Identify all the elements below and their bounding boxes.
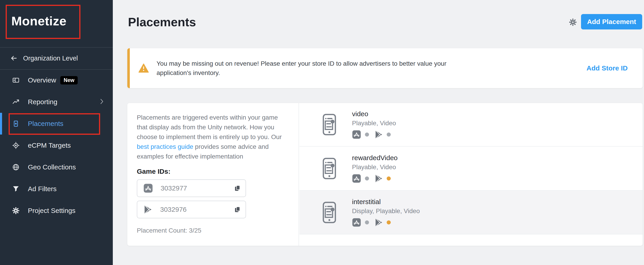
reporting-icon (12, 98, 20, 106)
sidebar-item-label: Reporting (28, 98, 57, 106)
android-status-dot (387, 176, 391, 180)
ios-status-dot (365, 176, 369, 180)
platform-status (352, 130, 396, 139)
best-practices-link[interactable]: best practices guide (137, 143, 193, 150)
sidebar-item-ecpm-targets[interactable]: eCPM Targets (0, 134, 113, 156)
placement-info: interstitial Display, Playable, Video (352, 198, 420, 227)
overview-icon (12, 76, 20, 84)
google-play-icon (375, 218, 383, 227)
gear-icon (569, 18, 577, 26)
funnel-icon (12, 185, 20, 193)
android-status-dot (387, 132, 391, 136)
sidebar: Monetize Organization Level Overview New… (0, 0, 113, 265)
game-ids-label: Game IDs: (137, 168, 170, 175)
platform-status (352, 218, 420, 227)
back-label: Organization Level (23, 54, 78, 62)
sidebar-item-label: Project Settings (28, 207, 76, 214)
ios-status-dot (365, 132, 369, 136)
placement-row-rewardedvideo[interactable]: rewardedVideo Playable, Video (300, 146, 643, 190)
app-store-icon (352, 174, 361, 183)
placement-name: video (352, 110, 396, 118)
sidebar-back-organization-level[interactable]: Organization Level (0, 47, 113, 69)
target-icon (12, 142, 20, 149)
back-arrow-icon (10, 54, 18, 62)
placements-card: Placements are triggered events within y… (127, 103, 643, 246)
globe-icon (12, 163, 20, 171)
description-text: Placements are triggered events within y… (137, 114, 282, 140)
gear-icon (12, 207, 20, 214)
game-id-field-android: 3032976 (137, 201, 246, 218)
placements-description: Placements are triggered events within y… (137, 112, 285, 161)
placement-info: rewardedVideo Playable, Video (352, 154, 398, 183)
google-play-icon (375, 130, 383, 139)
google-play-icon (144, 205, 152, 214)
new-badge: New (60, 76, 78, 84)
placement-row-interstitial[interactable]: interstitial Display, Playable, Video (300, 190, 643, 234)
settings-gear-button[interactable] (568, 18, 578, 27)
android-status-dot (387, 220, 391, 224)
ios-status-dot (365, 220, 369, 224)
active-indicator (0, 113, 2, 134)
sidebar-item-project-settings[interactable]: Project Settings (0, 200, 113, 222)
store-id-warning-banner: You may be missing out on revenue! Pleas… (127, 48, 643, 88)
phone-placement-icon (322, 158, 336, 180)
app-store-icon (352, 130, 361, 139)
banner-message: You may be missing out on revenue! Pleas… (156, 59, 446, 78)
placement-name: rewardedVideo (352, 154, 398, 162)
page-title: Placements (128, 15, 196, 29)
placement-types: Display, Playable, Video (352, 208, 420, 215)
sidebar-item-placements[interactable]: Placements (0, 113, 113, 134)
sidebar-item-ad-filters[interactable]: Ad Filters (0, 178, 113, 200)
app-store-icon (352, 218, 361, 227)
add-placement-button[interactable]: Add Placement (581, 14, 642, 30)
app-store-icon (144, 184, 153, 193)
placement-list: video Playable, Video rewa (300, 103, 643, 246)
sidebar-item-label: Placements (28, 120, 64, 128)
platform-status (352, 174, 398, 183)
banner-accent-bar (127, 48, 130, 88)
sidebar-item-reporting[interactable]: Reporting (0, 91, 113, 113)
sidebar-item-overview[interactable]: Overview New (0, 69, 113, 91)
placement-name: interstitial (352, 198, 420, 206)
placement-count: Placement Count: 3/25 (137, 227, 202, 234)
game-id-value: 3032977 (160, 184, 187, 192)
add-store-id-link[interactable]: Add Store ID (586, 64, 628, 72)
phone-placement-icon (322, 202, 336, 223)
copy-button[interactable] (234, 206, 240, 213)
game-id-field-ios: 3032977 (137, 180, 246, 197)
warning-triangle-icon (138, 64, 149, 73)
placement-types: Playable, Video (352, 120, 396, 127)
sidebar-item-label: Geo Collections (28, 163, 76, 171)
copy-button[interactable] (234, 185, 240, 192)
phone-placement-icon (322, 114, 336, 136)
info-panel: Placements are triggered events within y… (127, 103, 299, 246)
sidebar-item-label: eCPM Targets (28, 142, 71, 149)
game-id-value: 3032976 (160, 206, 187, 213)
placements-icon (12, 120, 20, 128)
chevron-right-icon (100, 99, 103, 105)
sidebar-item-label: Ad Filters (28, 185, 57, 193)
sidebar-nav: Overview New Reporting Placements eCPM T… (0, 69, 113, 222)
placement-info: video Playable, Video (352, 110, 396, 139)
list-footer-spacer (300, 234, 643, 245)
sidebar-item-label: Overview (28, 76, 56, 84)
placement-types: Playable, Video (352, 164, 398, 171)
sidebar-item-geo-collections[interactable]: Geo Collections (0, 156, 113, 178)
product-title: Monetize (11, 14, 66, 28)
google-play-icon (375, 174, 383, 183)
placement-row-video[interactable]: video Playable, Video (300, 103, 643, 146)
